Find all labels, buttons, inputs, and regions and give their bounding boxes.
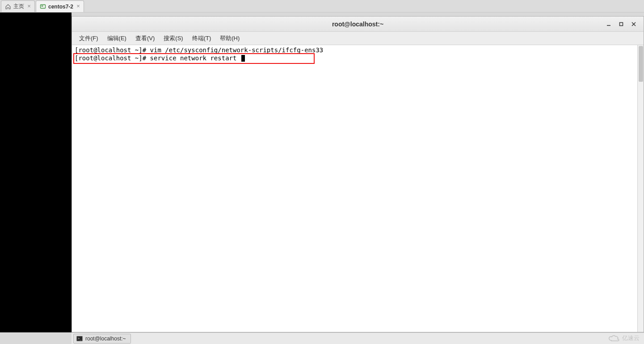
menu-bar: 文件(F) 编辑(E) 查看(V) 搜索(S) 终端(T) 帮助(H): [72, 32, 644, 45]
terminal-line-1: [root@localhost ~]# vim /etc/sysconfig/n…: [75, 46, 323, 54]
vertical-scrollbar[interactable]: [637, 45, 644, 332]
taskbar-item-terminal[interactable]: >_ root@localhost:~: [73, 334, 131, 344]
terminal-window: root@localhost:~ 文件(F) 编辑(E) 查看(V) 搜索(S)…: [72, 16, 644, 332]
close-icon[interactable]: ×: [76, 4, 81, 9]
menu-file[interactable]: 文件(F): [75, 33, 103, 44]
home-icon: [5, 4, 11, 10]
tab-vm-label: centos7-2: [48, 4, 73, 10]
tab-vm-centos[interactable]: centos7-2 ×: [36, 0, 84, 12]
window-titlebar[interactable]: root@localhost:~: [72, 17, 644, 32]
close-icon[interactable]: ×: [26, 4, 32, 9]
vm-icon: [40, 4, 46, 10]
svg-rect-3: [620, 23, 623, 26]
window-title: root@localhost:~: [332, 21, 383, 28]
svg-rect-1: [42, 5, 43, 6]
taskbar-item-label: root@localhost:~: [85, 336, 126, 342]
terminal-cursor: [241, 55, 245, 62]
tab-home-label: 主页: [13, 3, 24, 10]
menu-view[interactable]: 查看(V): [131, 33, 159, 44]
maximize-button[interactable]: [618, 21, 625, 28]
menu-search[interactable]: 搜索(S): [159, 33, 187, 44]
menu-edit[interactable]: 编辑(E): [103, 33, 131, 44]
cloud-icon: [608, 334, 620, 342]
minimize-button[interactable]: [605, 21, 612, 28]
watermark-text: 亿速云: [622, 334, 640, 342]
window-controls: [605, 17, 642, 32]
scrollbar-thumb[interactable]: [639, 46, 643, 82]
terminal-icon: >_: [76, 336, 83, 341]
vm-tab-bar: 主页 × centos7-2 ×: [0, 0, 644, 13]
svg-text:>_: >_: [78, 337, 82, 340]
menu-help[interactable]: 帮助(H): [215, 33, 244, 44]
vm-left-rail: [0, 13, 72, 332]
tab-home[interactable]: 主页 ×: [1, 0, 35, 12]
terminal-line-2: [root@localhost ~]# service network rest…: [75, 55, 236, 62]
watermark: 亿速云: [608, 334, 640, 342]
close-button[interactable]: [630, 21, 637, 28]
desktop-taskbar: >_ root@localhost:~: [72, 332, 644, 344]
terminal-area: [root@localhost ~]# vim /etc/sysconfig/n…: [72, 45, 644, 332]
menu-terminal[interactable]: 终端(T): [188, 33, 216, 44]
terminal-output[interactable]: [root@localhost ~]# vim /etc/sysconfig/n…: [73, 45, 637, 332]
